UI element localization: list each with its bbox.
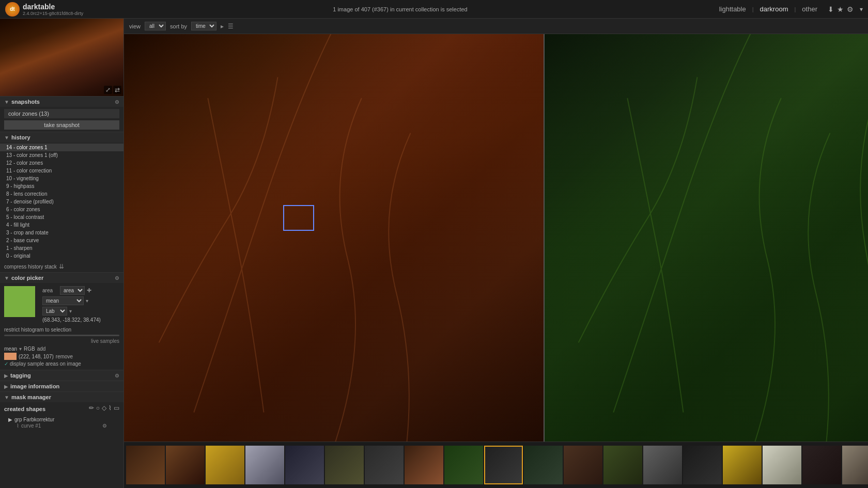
- history-item[interactable]: 11 - color correction: [0, 167, 123, 175]
- film-thumb[interactable]: [564, 446, 602, 484]
- split-image: [124, 34, 868, 442]
- history-item[interactable]: 4 - fill light: [0, 221, 123, 229]
- nav-lighttable[interactable]: lighttable: [717, 4, 748, 14]
- mask-pencil-icon[interactable]: ✏: [89, 404, 94, 412]
- cp-controls: area areapoint ✚ meanminmax ▾: [42, 286, 101, 323]
- film-thumb-selected[interactable]: [484, 446, 523, 484]
- favorite-icon[interactable]: ★: [837, 5, 844, 13]
- film-thumb[interactable]: [405, 446, 443, 484]
- mask-diamond-icon[interactable]: ◇: [102, 404, 106, 412]
- snapshots-arrow: ▼: [4, 99, 9, 105]
- mask-manager-header[interactable]: ▼ mask manager: [0, 391, 123, 402]
- cp-space-select[interactable]: LabRGBHSL: [42, 307, 67, 316]
- view-select[interactable]: all: [145, 22, 166, 30]
- film-thumb[interactable]: [126, 446, 165, 484]
- tagging-settings-icon[interactable]: ⚙: [115, 373, 119, 379]
- cp-mode-row: meanminmax ▾: [42, 296, 101, 305]
- tagging-header[interactable]: ▶ tagging ⚙: [0, 370, 123, 381]
- cp-area-select[interactable]: areapoint: [60, 286, 85, 295]
- film-thumb[interactable]: [206, 446, 244, 484]
- mask-group-item[interactable]: ⌇ curve #1 ⚙: [8, 422, 115, 429]
- film-thumb[interactable]: [285, 446, 324, 484]
- center-area: view all sort by time ▸ ☰: [124, 19, 868, 488]
- mask-rect-icon[interactable]: ▭: [114, 404, 119, 412]
- film-thumb[interactable]: [763, 446, 801, 484]
- history-item[interactable]: 2 - base curve: [0, 237, 123, 244]
- mask-tools: ✏ ○ ◇ ⌇ ▭: [89, 404, 119, 412]
- film-thumb[interactable]: [245, 446, 284, 484]
- split-divider[interactable]: [544, 34, 545, 442]
- history-item[interactable]: 12 - color zones: [0, 159, 123, 167]
- cp-space-row: LabRGBHSL ▾: [42, 307, 101, 316]
- compress-history-row: compress history stack ⇊: [0, 261, 123, 272]
- history-item[interactable]: 14 - color zones 1: [0, 144, 123, 151]
- history-item[interactable]: 9 - highpass: [0, 182, 123, 190]
- history-item[interactable]: 7 - denoise (profiled): [0, 198, 123, 206]
- nav-darkroom[interactable]: darkroom: [758, 4, 791, 14]
- film-thumb[interactable]: [842, 446, 868, 484]
- live-samples-link[interactable]: live samples: [4, 338, 119, 344]
- cp-mode-select[interactable]: meanminmax: [42, 296, 84, 305]
- history-arrow: ▼: [4, 135, 9, 140]
- image-info-header[interactable]: ▶ image information: [0, 381, 123, 391]
- logo-icon: dt: [5, 2, 20, 17]
- film-thumb[interactable]: [683, 446, 722, 484]
- image-info-title: image information: [10, 383, 119, 389]
- history-item[interactable]: 6 - color zones: [0, 206, 123, 213]
- history-item[interactable]: 0 - original: [0, 252, 123, 260]
- cp-mode-arrow: ▾: [86, 298, 88, 304]
- color-picker-header[interactable]: ▼ color picker ⚙: [0, 272, 123, 283]
- view-toggle-icon[interactable]: ▸: [221, 23, 224, 30]
- color-picker-settings-icon[interactable]: ⚙: [115, 275, 119, 281]
- cp-display-label: display sample areas on image: [10, 361, 81, 367]
- mask-circle-icon[interactable]: ○: [96, 404, 100, 412]
- view-list-icon[interactable]: ☰: [228, 23, 234, 30]
- cp-area-row: area areapoint ✚: [42, 286, 101, 295]
- history-item[interactable]: 13 - color zones 1 (off): [0, 151, 123, 159]
- snapshots-settings-icon[interactable]: ⚙: [115, 99, 119, 105]
- history-item[interactable]: 8 - lens correction: [0, 190, 123, 198]
- nav-dropdown[interactable]: ▾: [860, 6, 863, 13]
- selection-box: [283, 205, 314, 231]
- settings-icon[interactable]: ⚙: [847, 5, 854, 13]
- cp-values-text: (68.343, -18.322, 38.474): [42, 317, 101, 323]
- film-thumb[interactable]: [166, 446, 205, 484]
- thumb-arrows-icon[interactable]: ⇄: [113, 86, 121, 94]
- status-text: 1 image of 407 (#367) in current collect…: [83, 6, 717, 12]
- cp-slider[interactable]: [4, 335, 119, 336]
- history-content: 14 - color zones 1 13 - color zones 1 (o…: [0, 143, 123, 261]
- film-thumb[interactable]: [603, 446, 642, 484]
- cp-pick-icon[interactable]: ✚: [87, 287, 91, 294]
- snapshot-item[interactable]: color zones (13): [4, 109, 119, 118]
- mask-item-label: curve #1: [21, 423, 41, 429]
- take-snapshot-button[interactable]: take snapshot: [4, 120, 119, 130]
- mask-item-settings[interactable]: ⚙: [102, 423, 107, 429]
- cp-area-label: area: [42, 288, 58, 293]
- history-item[interactable]: 10 - vignetting: [0, 175, 123, 182]
- history-header[interactable]: ▼ history: [0, 132, 123, 143]
- snapshots-header[interactable]: ▼ snapshots ⚙: [0, 96, 123, 107]
- nav-other[interactable]: other: [800, 4, 819, 14]
- sort-label: sort by: [170, 23, 187, 29]
- app-name: darktable: [23, 3, 83, 11]
- thumb-expand-icon[interactable]: ⤢: [104, 86, 112, 94]
- sort-select[interactable]: time: [191, 22, 216, 30]
- cp-remove-button[interactable]: remove: [56, 354, 73, 359]
- cp-sample-row: (222, 148, 107) remove: [4, 353, 119, 360]
- created-shapes-label: created shapes: [4, 406, 89, 412]
- film-thumb[interactable]: [802, 446, 841, 484]
- film-thumb[interactable]: [643, 446, 682, 484]
- film-thumb[interactable]: [365, 446, 404, 484]
- history-item[interactable]: 5 - local contrast: [0, 213, 123, 221]
- cp-add-button[interactable]: add: [37, 346, 46, 352]
- history-item[interactable]: 1 - sharpen: [0, 244, 123, 252]
- film-thumb[interactable]: [325, 446, 364, 484]
- mask-path-icon[interactable]: ⌇: [109, 404, 112, 412]
- cp-mean-row: mean ▾ RGB add: [4, 346, 119, 352]
- film-thumb[interactable]: [444, 446, 483, 484]
- history-item[interactable]: 3 - crop and rotate: [0, 229, 123, 237]
- film-thumb[interactable]: [723, 446, 762, 484]
- film-thumb[interactable]: [524, 446, 563, 484]
- star-icon[interactable]: ⬇: [828, 5, 834, 13]
- compress-icon[interactable]: ⇊: [59, 263, 64, 270]
